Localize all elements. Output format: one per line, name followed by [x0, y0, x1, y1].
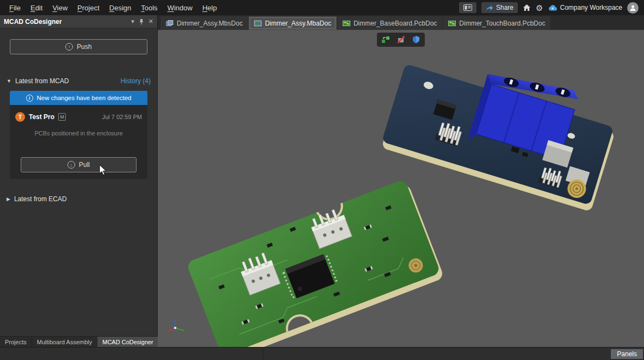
chevron-down-icon: ▼	[7, 78, 11, 84]
pull-arrow-icon: ↓	[67, 161, 75, 169]
tab-dimmer-touchboard-pcbdoc[interactable]: Dimmer_TouchBoard.PcbDoc	[443, 16, 550, 30]
doc-tab-label: Dimmer_Assy.MbaDoc	[265, 20, 331, 27]
panel-title: MCAD CoDesigner	[4, 18, 62, 26]
tab-dimmer-assy-mbadoc[interactable]: Dimmer_Assy.MbaDoc	[249, 16, 337, 30]
chevron-right-icon: ▶	[7, 196, 10, 202]
pin-icon[interactable]	[139, 18, 144, 25]
history-link[interactable]: History (4)	[121, 77, 151, 85]
person-icon	[629, 4, 636, 11]
banner-text: New changes have been detected	[37, 95, 132, 101]
share-button[interactable]: Share	[481, 2, 518, 13]
latest-from-mcad-label: Latest from MCAD	[15, 77, 69, 85]
document-tabbar: Dimmer_Assy.MbsDoc Dimmer_Assy.MbaDoc Di…	[158, 15, 644, 30]
latest-from-ecad-header[interactable]: ▶ Latest from ECAD	[7, 195, 151, 203]
doc-tab-label: Dimmer_TouchBoard.PcbDoc	[459, 20, 545, 27]
mcad-codesigner-panel: MCAD CoDesigner ▾ ✕ ↑ Push ▼ Latest from…	[0, 15, 158, 347]
menu-project[interactable]: Project	[72, 2, 104, 14]
cloud-icon	[548, 4, 558, 11]
info-icon: i	[26, 95, 33, 102]
panel-header: MCAD CoDesigner ▾ ✕	[0, 15, 157, 28]
mcad-badge: M	[58, 113, 66, 121]
green-pcb[interactable]	[181, 165, 447, 347]
shield-icon[interactable]	[409, 34, 423, 46]
doc-tab-label: Dimmer_BaseBoard.PcbDoc	[354, 20, 437, 27]
pcbdoc-icon	[448, 20, 456, 27]
latest-from-mcad-header[interactable]: ▼ Latest from MCAD History (4)	[7, 77, 151, 85]
collision-check-icon[interactable]	[394, 34, 408, 46]
menu-edit[interactable]: Edit	[26, 2, 47, 14]
doc-tab-label: Dimmer_Assy.MbsDoc	[177, 20, 243, 27]
share-arrow-icon	[486, 4, 493, 11]
tab-mcad-codesigner[interactable]: MCAD CoDesigner	[97, 337, 159, 347]
panel-menu-chevron-icon[interactable]: ▾	[131, 18, 134, 25]
commit-timestamp: Jul 7 02:59 PM	[102, 114, 142, 120]
commit-message: PCBs positioned in the enclosure	[15, 130, 142, 136]
card-icon	[463, 4, 472, 11]
commit-card: T Test Pro M Jul 7 02:59 PM PCBs positio…	[10, 105, 147, 179]
menu-file[interactable]: File	[4, 2, 26, 14]
tab-projects[interactable]: Projects	[0, 337, 32, 347]
workspace-label: Company Workspace	[560, 4, 623, 11]
close-icon[interactable]: ✕	[148, 18, 153, 25]
author-name: Test Pro	[29, 113, 54, 121]
home-icon[interactable]	[523, 4, 531, 11]
latest-from-ecad-label: Latest from ECAD	[14, 195, 67, 203]
panels-button[interactable]: Panels	[611, 349, 643, 359]
statusbar-divider	[0, 347, 263, 360]
settings-gear-icon[interactable]: ⚙	[536, 4, 543, 12]
3d-viewport[interactable]	[158, 30, 644, 347]
menu-design[interactable]: Design	[104, 2, 136, 14]
workspace-selector[interactable]: Company Workspace	[548, 4, 623, 11]
mbsdoc-icon	[166, 20, 174, 27]
statusbar: Panels	[0, 347, 644, 360]
navy-pcb[interactable]	[380, 41, 623, 212]
3d-scene	[158, 30, 644, 347]
menu-view[interactable]: View	[47, 2, 72, 14]
mbadoc-icon	[254, 20, 262, 27]
author-avatar: T	[15, 112, 25, 122]
menu-help[interactable]: Help	[197, 2, 222, 14]
comment-card-button[interactable]	[459, 2, 476, 13]
pcbdoc-icon	[343, 20, 350, 27]
axis-triad-icon	[168, 319, 184, 332]
mcad-changes-card: i New changes have been detected T Test …	[10, 91, 147, 179]
tab-multiboard-assembly[interactable]: Multiboard Assembly	[32, 337, 98, 347]
push-label: Push	[77, 43, 91, 51]
arrange-components-icon[interactable]	[379, 34, 393, 46]
application-window: File Edit View Project Design Tools Wind…	[0, 0, 644, 360]
pull-button[interactable]: ↓ Pull	[21, 157, 137, 172]
menu-window[interactable]: Window	[163, 2, 197, 14]
menu-tools[interactable]: Tools	[136, 2, 162, 14]
tab-dimmer-assy-mbsdoc[interactable]: Dimmer_Assy.MbsDoc	[160, 16, 248, 30]
share-label: Share	[496, 4, 513, 11]
user-avatar[interactable]	[627, 2, 639, 14]
tab-dimmer-baseboard-pcbdoc[interactable]: Dimmer_BaseBoard.PcbDoc	[337, 16, 442, 30]
panel-bottom-tabs: Projects Multiboard Assembly MCAD CoDesi…	[0, 336, 157, 347]
panel-body: ↑ Push ▼ Latest from MCAD History (4) i …	[0, 28, 157, 336]
new-changes-banner: i New changes have been detected	[10, 91, 147, 105]
push-button[interactable]: ↑ Push	[10, 39, 147, 54]
push-arrow-icon: ↑	[65, 43, 73, 51]
pull-label: Pull	[79, 161, 90, 169]
viewport-toolbar	[377, 33, 425, 47]
menubar: File Edit View Project Design Tools Wind…	[0, 0, 644, 15]
